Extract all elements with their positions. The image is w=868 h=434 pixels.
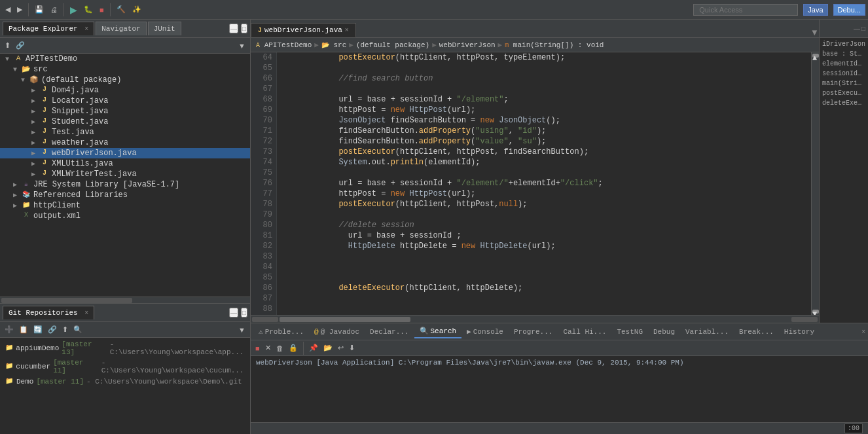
tab-package-explorer-close[interactable]: ×: [84, 26, 88, 33]
git-link-btn[interactable]: 🔗: [46, 325, 59, 335]
git-collapse-btn[interactable]: ⬆: [60, 325, 70, 335]
bottom-tab-javadoc[interactable]: @ @ Javadoc: [309, 326, 365, 338]
console-clear-btn[interactable]: 🗑: [274, 344, 285, 353]
breadcrumb-item-2[interactable]: 📂 src: [321, 41, 346, 49]
git-item-appium[interactable]: 📁 appiumDemo [master 13] - C:\Users\Youn…: [0, 339, 250, 357]
git-item-demo[interactable]: 📁 Demo [master 11] - C:\Users\Young\work…: [0, 376, 250, 388]
outline-item-4[interactable]: main(String...: [820, 79, 868, 88]
perspective-debug-btn[interactable]: Debu...: [833, 4, 865, 16]
tree-arrow-snippet[interactable]: ▶: [31, 107, 39, 115]
breadcrumb-item-4[interactable]: webDriverJson: [439, 41, 496, 49]
editor-tab-webdriverjson[interactable]: J webDriverJson.java ×: [251, 23, 356, 37]
bottom-tab-search[interactable]: 🔍 Search: [414, 325, 462, 338]
tree-arrow-dom4j[interactable]: ▶: [31, 86, 39, 94]
quick-access-input[interactable]: [693, 4, 798, 16]
bottom-tab-console[interactable]: ▶ Console: [461, 325, 509, 338]
view-menu-btn[interactable]: ▼: [236, 41, 247, 50]
tree-item-webdriverjson[interactable]: ▶ J webDriverJson.java: [0, 148, 250, 158]
breadcrumb-item-3[interactable]: (default package): [356, 41, 429, 49]
tree-arrow-default-package[interactable]: ▼: [21, 77, 29, 84]
code-content[interactable]: postExecutor(httpClient, httpPost, typeE…: [277, 52, 811, 315]
tree-item-jre[interactable]: ▶ ☕ JRE System Library [JavaSE-1.7]: [0, 179, 250, 190]
console-remove-btn[interactable]: ✕: [263, 343, 273, 353]
git-tab-close[interactable]: ×: [84, 310, 88, 317]
outline-item-6[interactable]: deleteExecu...: [820, 98, 868, 108]
console-scroll-lock-btn[interactable]: 🔒: [287, 343, 300, 353]
breadcrumb-item-1[interactable]: A APITestDemo: [256, 41, 312, 49]
toolbar-stop[interactable]: ■: [97, 5, 107, 15]
tree-arrow-student[interactable]: ▶: [31, 118, 39, 126]
outline-item-0[interactable]: iDriverJson: [820, 39, 868, 49]
tree-item-weather[interactable]: ▶ J weather.java: [0, 137, 250, 148]
editor-hscroll[interactable]: [251, 315, 819, 323]
link-with-editor-btn[interactable]: 🔗: [14, 41, 27, 50]
toolbar-save[interactable]: 💾: [32, 4, 46, 15]
toolbar-clean[interactable]: ✨: [130, 4, 144, 15]
tree-arrow-xmlwritertest[interactable]: ▶: [31, 170, 39, 178]
breadcrumb-item-5[interactable]: m main(String[]) : void: [505, 41, 604, 49]
tab-package-explorer[interactable]: Package Explorer ×: [3, 22, 94, 35]
outline-maximize[interactable]: □: [861, 25, 865, 32]
tree-item-student[interactable]: ▶ J Student.java: [0, 117, 250, 127]
tree-arrow-weather[interactable]: ▶: [31, 139, 39, 147]
tree-item-default-package[interactable]: ▼ 📦 (default package): [0, 75, 250, 85]
tree-item-locator[interactable]: ▶ J Locator.java: [0, 96, 250, 106]
tab-git-repositories[interactable]: Git Repositories ×: [3, 306, 94, 319]
bottom-tab-testng[interactable]: TestNG: [611, 326, 648, 338]
tree-item-dom4j[interactable]: ▶ J Dom4j.java: [0, 85, 250, 96]
tree-item-xmlwritertest[interactable]: ▶ J XMLWriterTest.java: [0, 169, 250, 179]
toolbar-run[interactable]: ▶: [67, 3, 80, 16]
perspective-java-btn[interactable]: Java: [803, 4, 827, 16]
outline-item-3[interactable]: sessionId :...: [820, 69, 868, 79]
tree-arrow-httpclient[interactable]: ▶: [13, 202, 21, 209]
outline-item-2[interactable]: elementId :...: [820, 59, 868, 69]
console-scroll-end-btn[interactable]: ⬇: [347, 343, 357, 353]
package-explorer-tree[interactable]: ▼ A APITestDemo ▼ 📂 src ▼ 📦 (default pac…: [0, 54, 250, 297]
git-panel-minimize[interactable]: —: [229, 308, 238, 317]
tree-arrow-src[interactable]: ▼: [13, 66, 21, 73]
git-add-btn[interactable]: ➕: [3, 325, 16, 335]
tree-arrow-test[interactable]: ▶: [31, 128, 39, 136]
tree-item-output[interactable]: X output.xml: [0, 211, 250, 221]
left-panel-maximize[interactable]: □: [241, 24, 247, 33]
toolbar-debug[interactable]: 🐛: [81, 4, 96, 15]
tree-item-src[interactable]: ▼ 📂 src: [0, 64, 250, 75]
toolbar-print[interactable]: 🖨: [48, 5, 60, 15]
bottom-tab-declaration[interactable]: Declar...: [365, 326, 414, 338]
tree-item-ref-libraries[interactable]: ▶ 📚 Referenced Libraries: [0, 190, 250, 200]
tree-hscroll-thumb[interactable]: [1, 298, 132, 303]
bottom-tab-history[interactable]: History: [779, 326, 820, 338]
bottom-tab-debug[interactable]: Debug: [648, 326, 680, 338]
editor-vscroll[interactable]: ▲ ▼: [811, 52, 819, 315]
left-panel-minimize[interactable]: —: [229, 24, 238, 33]
tree-arrow-apitestdemo[interactable]: ▼: [5, 56, 13, 63]
tree-arrow-xmlutils[interactable]: ▶: [31, 160, 39, 168]
outline-item-1[interactable]: base : Strin...: [820, 49, 868, 59]
toolbar-btn-1[interactable]: ◀: [3, 4, 13, 15]
tree-arrow-webdriverjson[interactable]: ▶: [31, 149, 39, 157]
toolbar-btn-2[interactable]: ▶: [14, 4, 25, 15]
console-pin-btn[interactable]: 📌: [307, 343, 320, 353]
tree-item-test[interactable]: ▶ J Test.java: [0, 127, 250, 137]
bottom-tab-callhierarchy[interactable]: Call Hi...: [558, 326, 611, 338]
editor-vscroll-down[interactable]: ▼: [812, 310, 819, 314]
bottom-tab-variables[interactable]: Variabl...: [680, 326, 734, 338]
tab-navigator[interactable]: Navigator: [96, 22, 146, 35]
git-panel-maximize[interactable]: □: [241, 308, 247, 317]
toolbar-build[interactable]: 🔨: [114, 4, 128, 15]
tree-item-snippet[interactable]: ▶ J Snippet.java: [0, 106, 250, 117]
tree-item-xmlutils[interactable]: ▶ J XMLUtils.java: [0, 158, 250, 169]
bottom-panel-close[interactable]: ×: [861, 328, 865, 335]
git-filter-btn[interactable]: 🔍: [71, 325, 84, 335]
console-open-btn[interactable]: 📂: [321, 343, 335, 353]
outline-minimize[interactable]: —: [854, 25, 860, 32]
editor-tab-menu[interactable]: ▼: [810, 27, 819, 37]
tree-item-httpclient[interactable]: ▶ 📁 httpClient: [0, 200, 250, 211]
console-word-wrap-btn[interactable]: ↩: [336, 343, 346, 353]
git-item-cucumber[interactable]: 📁 cucumber [master 11] - C:\Users\Young\…: [0, 357, 250, 376]
editor-tab-close[interactable]: ×: [345, 27, 349, 34]
tab-junit[interactable]: JUnit: [148, 22, 181, 35]
tree-arrow-jre[interactable]: ▶: [13, 181, 21, 189]
bottom-tab-problems[interactable]: ⚠ Proble...: [253, 325, 309, 338]
tree-item-apitestdemo[interactable]: ▼ A APITestDemo: [0, 54, 250, 64]
